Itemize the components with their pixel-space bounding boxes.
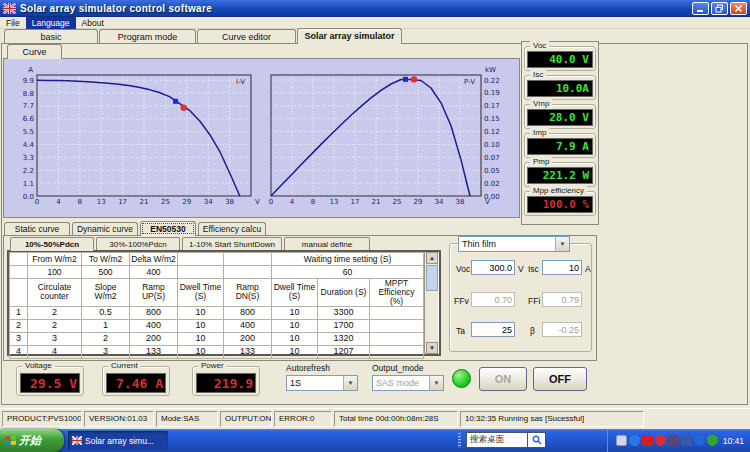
iv-chart: 048131721252934380.01.12.23.34.45.56.67.… [10,62,260,212]
cell[interactable]: 2 [82,332,130,345]
scroll-down-button[interactable]: ▼ [426,342,438,354]
svg-text:0.10: 0.10 [484,141,500,149]
menu-file[interactable]: File [0,17,26,29]
security-shield-icon[interactable] [694,435,705,446]
cell[interactable] [224,266,272,279]
cell[interactable]: 800 [130,306,178,319]
isc-display: 10.0A [527,80,593,97]
scroll-thumb[interactable] [426,265,438,291]
scroll-up-button[interactable]: ▲ [426,252,438,264]
status-product: PRODUCT:PVS1000 [2,411,82,427]
minimize-button[interactable] [692,2,709,15]
tab-dynamic-curve[interactable]: Dynamic curve [72,222,138,236]
chevron-down-icon[interactable]: ▼ [343,376,357,390]
cell[interactable]: 200 [130,332,178,345]
taskbar-app-button[interactable]: Solar array simu... [68,431,168,450]
cell[interactable] [370,345,424,358]
tab-solar-array-simulator[interactable]: Solar array simulator [297,28,402,44]
param-isc-input[interactable] [542,260,582,275]
power-label: Power [198,361,227,370]
cell[interactable] [178,266,224,279]
cell[interactable]: 1320 [318,332,370,345]
cell[interactable]: 10 [178,319,224,332]
update-shield-icon[interactable] [707,435,718,446]
cell[interactable]: 1 [82,319,130,332]
cell[interactable]: 200 [224,332,272,345]
header-slope: Slope W/m2 [82,279,130,307]
pv-model-select[interactable]: Thin film ▼ [458,236,570,252]
tab-basic[interactable]: basic [4,29,98,44]
cell[interactable]: 10 [272,332,318,345]
cell[interactable]: 2 [28,319,82,332]
tab-10-50-pdcn[interactable]: 10%-50%Pdcn [10,237,94,251]
pv-chart: 048131721252934380.000.020.050.070.100.1… [263,62,515,212]
power-group: Power 219.9 W [192,366,260,396]
taskbar-clock[interactable]: 10:41 [723,436,744,446]
cell[interactable]: 0.5 [82,306,130,319]
system-icon[interactable] [668,435,679,446]
cell[interactable]: 400 [130,319,178,332]
svg-text:9.9: 9.9 [23,77,34,85]
cell[interactable]: 3 [82,345,130,358]
windows-logo-icon [5,435,16,445]
autorefresh-select[interactable]: 1S ▼ [286,375,358,391]
autorefresh-label: Autorefresh [286,363,330,373]
tab-manual-define[interactable]: manual define [284,237,370,251]
on-button[interactable]: ON [479,367,527,391]
tab-curve[interactable]: Curve [7,44,62,59]
off-button[interactable]: OFF [533,367,587,391]
restore-button[interactable] [711,2,728,15]
cell[interactable]: 10 [178,332,224,345]
param-voc-input[interactable] [471,260,515,275]
search-button[interactable] [528,432,546,448]
network-icon[interactable] [681,435,692,446]
cell[interactable]: 4 [28,345,82,358]
cell[interactable] [370,319,424,332]
deskband-handle[interactable] [458,433,461,448]
search-input[interactable] [466,432,528,448]
tab-1-10-start-shutdown[interactable]: 1-10% Start ShuntDown [182,237,282,251]
antivirus-shield-icon[interactable] [655,435,666,446]
cell[interactable]: 3300 [318,306,370,319]
cell[interactable]: 10 [272,306,318,319]
status-message: 10:32:35 Running sas [Sucessful] [460,411,644,427]
cell[interactable]: 10 [178,306,224,319]
chevron-down-icon[interactable]: ▼ [555,237,569,251]
cell[interactable]: 133 [224,345,272,358]
tab-program-mode[interactable]: Program mode [99,29,196,44]
input-method-icon[interactable] [616,435,627,446]
ati-icon[interactable] [642,435,653,446]
output-mode-label: Output_mode [372,363,424,373]
cell[interactable] [370,306,424,319]
close-button[interactable] [730,2,747,15]
cell[interactable]: 800 [224,306,272,319]
start-button[interactable]: 开始 [0,429,64,452]
cell-from-value[interactable]: 100 [28,266,82,279]
menu-about[interactable]: About [76,17,110,29]
cell[interactable]: 3 [28,332,82,345]
cell[interactable]: 400 [224,319,272,332]
param-ta-input[interactable] [471,322,515,337]
menu-language[interactable]: Language [26,17,76,29]
tab-static-curve[interactable]: Static curve [4,222,70,236]
cell[interactable] [370,332,424,345]
tab-curve-editor[interactable]: Curve editor [197,29,296,44]
tab-en50530[interactable]: EN50530 [140,221,196,236]
tab-30-100-pdcn[interactable]: 30%-100%Pdcn [96,237,180,251]
cell[interactable]: 2 [28,306,82,319]
tab-efficiency-calcu[interactable]: Efficiency calcu [198,222,266,236]
cell-waiting-time-value[interactable]: 60 [272,266,424,279]
vmp-group: Vmp 28.0 V [524,104,596,129]
cell[interactable]: 10 [178,345,224,358]
cell[interactable] [10,266,28,279]
cell-to-value[interactable]: 500 [82,266,130,279]
messenger-icon[interactable] [629,435,640,446]
voc-group: Voc 40.0 V [524,46,596,71]
table-scrollbar[interactable]: ▲ ▼ [424,252,438,354]
cell[interactable]: 1207 [318,345,370,358]
cell[interactable]: 1700 [318,319,370,332]
cell[interactable]: 133 [130,345,178,358]
cell[interactable]: 10 [272,345,318,358]
cell-delta-value[interactable]: 400 [130,266,178,279]
cell[interactable]: 10 [272,319,318,332]
